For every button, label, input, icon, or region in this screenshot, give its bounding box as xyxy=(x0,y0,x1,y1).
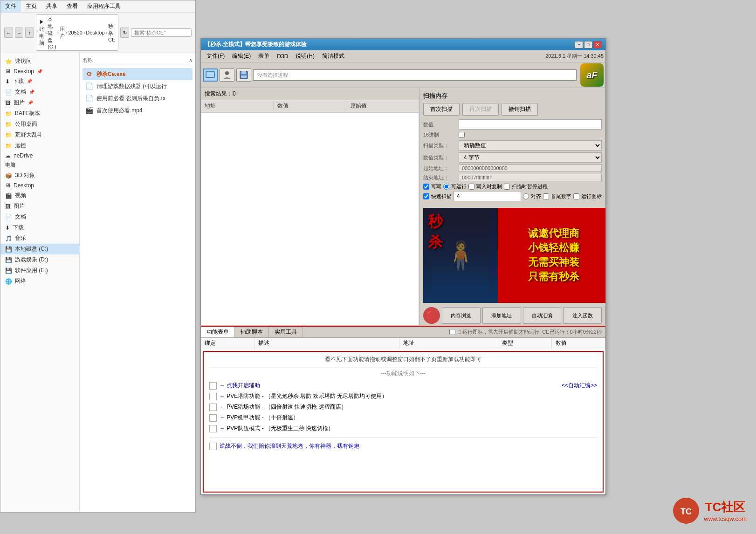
explorer-window: 文件 主页 共享 查看 应用程序工具 ← → ↑ ▶ 此电脑 › 本地磁盘 (C… xyxy=(0,0,196,513)
breadcrumb-desktop: Desktop xyxy=(86,30,104,35)
firstlast-checkbox[interactable] xyxy=(543,193,549,199)
ce-menu-edit[interactable]: 编辑(E) xyxy=(228,51,254,61)
bind-checkbox-4[interactable] xyxy=(209,425,217,432)
sidebar-item-pictures2[interactable]: 🖼 图片 xyxy=(0,201,79,212)
menu-home[interactable]: 主页 xyxy=(21,0,41,12)
sidebar-item-docs2[interactable]: 📄 文档 xyxy=(0,212,79,222)
sidebar-item-ddrive[interactable]: 💾 游戏娱乐 (D:) xyxy=(0,254,79,265)
inject-function-btn[interactable]: 注入函数 xyxy=(563,307,602,324)
again-scan-btn[interactable]: 再次扫描 xyxy=(462,103,499,116)
footer-divider xyxy=(209,438,597,441)
hex-checkbox[interactable] xyxy=(459,132,465,138)
pause-on-scan-checkbox[interactable] xyxy=(504,184,510,190)
feature-row-1: ← PVE塔防功能 - （星光炮秒杀 塔防 欢乐塔防 无尽塔防均可使用） xyxy=(209,391,597,402)
refresh-button[interactable]: ↻ xyxy=(120,27,129,38)
sidebar-item-cdrive[interactable]: 💾 本地磁盘 (C:) xyxy=(0,244,79,254)
file-item-video[interactable]: 🎬 首次使用必看.mp4 xyxy=(82,104,192,116)
ce-close-button[interactable]: ✕ xyxy=(593,41,602,48)
ce-menu-help[interactable]: 说明(H) xyxy=(292,51,318,61)
bind-checkbox-1[interactable] xyxy=(209,393,217,400)
auto-assemble-btn[interactable]: 自动汇编 xyxy=(523,307,562,324)
stop-scan-btn[interactable]: 撤销扫描 xyxy=(502,103,538,116)
advert-line2: 小钱轻松赚 xyxy=(528,241,579,255)
scan-checkboxes-row2: 快速扫描 对齐 首尾数字 运行图标 xyxy=(423,191,602,201)
sidebar-item-publicdesktop[interactable]: 📁 公用桌面 xyxy=(0,119,79,130)
ce-minimize-button[interactable]: － xyxy=(575,41,583,48)
no-action-btn[interactable]: 🚫 xyxy=(423,307,440,324)
up-button[interactable]: ↑ xyxy=(25,27,34,38)
bind-checkbox-2[interactable] xyxy=(209,404,217,411)
ce-menu-d3d[interactable]: D3D xyxy=(273,52,292,61)
copy-on-write-checkbox[interactable] xyxy=(468,184,474,190)
sidebar-item-bate[interactable]: 📁 BATE板本 xyxy=(0,108,79,119)
file-item-exe[interactable]: ⚙ 秒杀Ce.exe xyxy=(82,68,192,80)
bind-checkbox-3[interactable] xyxy=(209,414,217,422)
sidebar-item-dl2[interactable]: ⬇ 下载 xyxy=(0,222,79,233)
auto-assemble-link[interactable]: <<自动汇编>> xyxy=(562,382,597,390)
sidebar-item-quickaccess[interactable]: ⭐ 速访问 xyxy=(0,56,79,67)
add-address-btn[interactable]: 添加地址 xyxy=(482,307,521,324)
writable-checkbox[interactable] xyxy=(423,184,429,190)
sidebar-item-network[interactable]: 🌐 网络 xyxy=(0,276,79,287)
data-type-select[interactable]: 4 字节 xyxy=(459,152,602,163)
menu-tools[interactable]: 应用程序工具 xyxy=(82,0,125,12)
process-bar[interactable]: 没有选择进程 xyxy=(253,69,577,81)
readme-icon: 📄 xyxy=(84,94,94,103)
sidebar-item-docs[interactable]: 📄 文档 📌 xyxy=(0,87,79,97)
toolbar-person-btn[interactable] xyxy=(220,68,234,82)
sidebar-item-pictures[interactable]: 🖼 图片 📌 xyxy=(0,97,79,108)
hex-label: 16进制 xyxy=(423,131,456,138)
sidebar-item-remote[interactable]: 📁 远控 xyxy=(0,140,79,151)
sidebar-item-downloads[interactable]: ⬇ 下载 📌 xyxy=(0,76,79,87)
ce-menu-file[interactable]: 文件(F) xyxy=(203,51,228,61)
menu-view[interactable]: 查看 xyxy=(62,0,82,12)
feature-text-4: ← PVP队伍模式 - （无极重生三秒 快速切枪） xyxy=(220,424,334,432)
executable-radio[interactable] xyxy=(443,184,449,190)
tab-scripts[interactable]: 辅助脚本 xyxy=(235,327,269,337)
back-button[interactable]: ← xyxy=(4,27,13,38)
ce-running-label: CE已运行：0小时0分22秒 xyxy=(542,329,602,335)
toolbar-computer-btn[interactable] xyxy=(203,68,218,82)
run-icon-checkbox[interactable] xyxy=(449,329,455,335)
pictures-icon: 🖼 xyxy=(5,100,11,106)
fast-scan-checkbox[interactable] xyxy=(423,193,429,199)
svg-rect-0 xyxy=(206,72,214,77)
file-item-readme[interactable]: 📄 使用前必看,否则后果自负.tx xyxy=(82,92,192,104)
menu-share[interactable]: 共享 xyxy=(41,0,62,12)
runicon-checkbox[interactable] xyxy=(573,193,579,199)
ce-right-panel: 扫描内存 首次扫描 再次扫描 撤销扫描 数值 16进制 扫描类型： xyxy=(419,88,605,326)
toolbar-save-btn[interactable] xyxy=(236,68,251,82)
sidebar-item-3dobjects[interactable]: 📦 3D 对象 xyxy=(0,170,79,181)
forward-button[interactable]: → xyxy=(15,27,24,38)
bind-checkbox-0[interactable] xyxy=(209,382,217,390)
sidebar-item-desktop[interactable]: 🖥 Desktop 📌 xyxy=(0,67,79,76)
ce-menu-simple[interactable]: 简洁模式 xyxy=(318,51,348,61)
advert-line3: 无需买神装 xyxy=(528,255,579,270)
pic2-icon: 🖼 xyxy=(5,203,11,210)
scan-type-select[interactable]: 精确数值 xyxy=(459,140,602,151)
ce-menu-table[interactable]: 表单 xyxy=(254,51,273,61)
col-address: 地址 xyxy=(201,101,274,111)
menu-file[interactable]: 文件 xyxy=(0,0,21,12)
sidebar-item-desktop2[interactable]: 🖥 Desktop xyxy=(0,181,79,190)
sidebar-item-music[interactable]: 🎵 音乐 xyxy=(0,233,79,244)
bind-checkbox-5[interactable] xyxy=(209,443,217,450)
align-radio[interactable] xyxy=(523,193,529,199)
fast-scan-value[interactable] xyxy=(454,191,521,201)
memory-browse-btn[interactable]: 内存浏览 xyxy=(442,307,481,324)
value-input[interactable] xyxy=(459,119,602,130)
run-hint-label: □ 运行图标，需先开启辅助才能运行 xyxy=(458,329,540,335)
breadcrumb[interactable]: ▶ 此电脑 › 本地磁盘 (C:) › 用户 › 20520 › Desktop… xyxy=(36,14,118,51)
sidebar-item-edrive[interactable]: 💾 软件应用 (E:) xyxy=(0,265,79,276)
tab-tools[interactable]: 实用工具 xyxy=(269,327,303,337)
first-scan-btn[interactable]: 首次扫描 xyxy=(423,103,460,116)
feature-link-0[interactable]: ← 点我开启辅助 xyxy=(220,382,260,390)
sidebar-item-pubg[interactable]: 📁 荒野大乱斗 xyxy=(0,130,79,140)
sidebar-item-video[interactable]: 🎬 视频 xyxy=(0,190,79,201)
tab-functions[interactable]: 功能表单 xyxy=(201,327,235,337)
col-bind: 绑定 xyxy=(201,338,254,349)
file-item-cleaner[interactable]: 📄 清理游戏数据残器 (可以运行 xyxy=(82,80,192,92)
search-input[interactable] xyxy=(131,28,192,37)
ce-maximize-button[interactable]: □ xyxy=(584,41,592,48)
sidebar-item-onedrive[interactable]: ☁ neDrive xyxy=(0,151,79,160)
